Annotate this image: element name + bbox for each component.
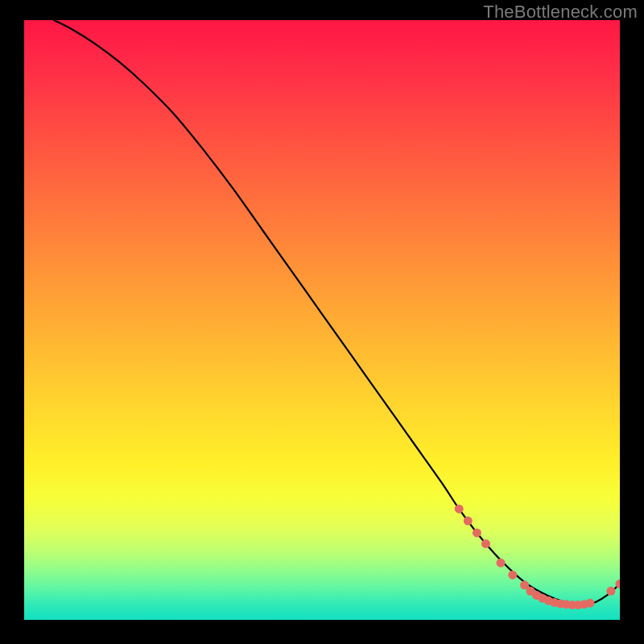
chart-frame: TheBottleneck.com <box>0 0 644 644</box>
curve-marker <box>473 528 481 537</box>
curve-marker <box>497 559 506 568</box>
curve-marker <box>508 571 517 580</box>
bottleneck-curve-path <box>54 20 620 605</box>
curve-marker <box>455 505 464 514</box>
curve-marker <box>464 517 473 526</box>
curve-marker <box>606 587 615 596</box>
curve-markers <box>455 505 620 609</box>
curve-marker <box>481 539 490 548</box>
plot-area <box>24 20 620 620</box>
curve-marker <box>586 599 595 608</box>
bottleneck-curve-svg <box>24 20 620 620</box>
